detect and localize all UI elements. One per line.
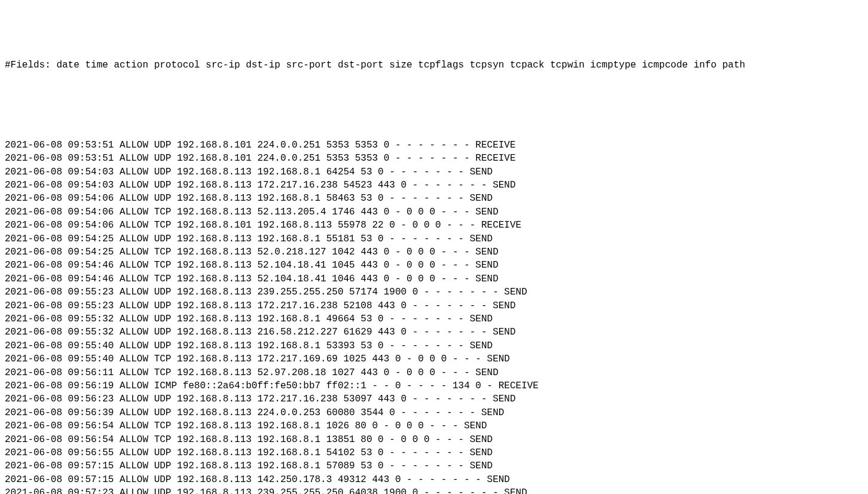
log-fields-header: #Fields: date time action protocol src-i… — [5, 59, 863, 72]
blank-line — [5, 85, 863, 98]
log-entry: 2021-06-08 09:54:03 ALLOW UDP 192.168.8.… — [5, 165, 863, 179]
log-entry: 2021-06-08 09:56:54 ALLOW TCP 192.168.8.… — [5, 433, 863, 446]
log-entry: 2021-06-08 09:57:23 ALLOW UDP 192.168.8.… — [5, 486, 863, 494]
log-entry: 2021-06-08 09:55:32 ALLOW UDP 192.168.8.… — [5, 312, 863, 326]
log-entry: 2021-06-08 09:55:23 ALLOW UDP 192.168.8.… — [5, 299, 863, 312]
log-entry: 2021-06-08 09:54:46 ALLOW TCP 192.168.8.… — [5, 272, 863, 286]
log-entry: 2021-06-08 09:57:15 ALLOW UDP 192.168.8.… — [5, 459, 863, 472]
log-entry: 2021-06-08 09:55:40 ALLOW UDP 192.168.8.… — [5, 339, 863, 352]
log-entry: 2021-06-08 09:53:51 ALLOW UDP 192.168.8.… — [5, 152, 863, 165]
log-entry: 2021-06-08 09:54:25 ALLOW UDP 192.168.8.… — [5, 232, 863, 246]
log-entry: 2021-06-08 09:54:06 ALLOW TCP 192.168.8.… — [5, 219, 863, 232]
log-entry: 2021-06-08 09:56:55 ALLOW UDP 192.168.8.… — [5, 446, 863, 459]
log-entry: 2021-06-08 09:56:54 ALLOW TCP 192.168.8.… — [5, 419, 863, 432]
blank-line — [5, 112, 863, 125]
log-entry: 2021-06-08 09:57:15 ALLOW UDP 192.168.8.… — [5, 473, 863, 486]
log-entry: 2021-06-08 09:53:51 ALLOW UDP 192.168.8.… — [5, 139, 863, 152]
log-entry: 2021-06-08 09:56:11 ALLOW TCP 192.168.8.… — [5, 366, 863, 379]
log-entry: 2021-06-08 09:56:23 ALLOW UDP 192.168.8.… — [5, 392, 863, 406]
log-entry: 2021-06-08 09:54:03 ALLOW UDP 192.168.8.… — [5, 179, 863, 192]
log-entry: 2021-06-08 09:55:23 ALLOW UDP 192.168.8.… — [5, 286, 863, 299]
log-entries-container: 2021-06-08 09:53:51 ALLOW UDP 192.168.8.… — [5, 139, 863, 494]
log-entry: 2021-06-08 09:54:25 ALLOW TCP 192.168.8.… — [5, 246, 863, 259]
log-entry: 2021-06-08 09:55:40 ALLOW TCP 192.168.8.… — [5, 352, 863, 366]
log-entry: 2021-06-08 09:54:46 ALLOW TCP 192.168.8.… — [5, 259, 863, 272]
log-entry: 2021-06-08 09:54:06 ALLOW UDP 192.168.8.… — [5, 192, 863, 205]
log-entry: 2021-06-08 09:56:39 ALLOW UDP 192.168.8.… — [5, 406, 863, 419]
log-entry: 2021-06-08 09:54:06 ALLOW TCP 192.168.8.… — [5, 205, 863, 219]
log-entry: 2021-06-08 09:55:32 ALLOW UDP 192.168.8.… — [5, 326, 863, 339]
log-entry: 2021-06-08 09:56:19 ALLOW ICMP fe80::2a6… — [5, 379, 863, 392]
